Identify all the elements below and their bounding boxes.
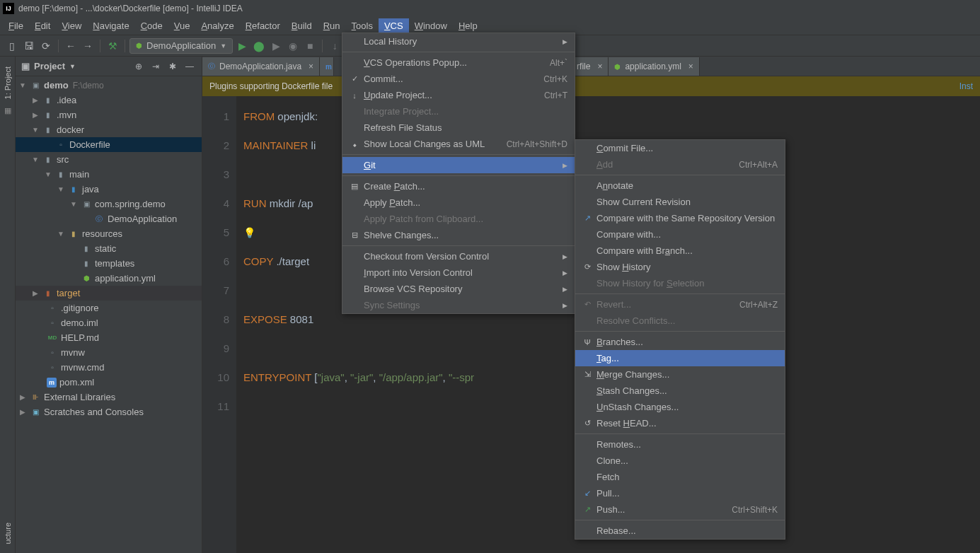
tree-demoiml[interactable]: ▫demo.iml — [16, 315, 202, 330]
build-icon[interactable]: ⚒ — [105, 38, 120, 54]
vcs-item-3[interactable]: ✓Commit...Ctrl+K — [342, 71, 575, 87]
close-icon[interactable]: × — [309, 62, 313, 71]
menu-run[interactable]: Run — [318, 18, 346, 33]
tree-package[interactable]: ▼▣com.spring.demo — [16, 197, 202, 211]
vcs-item-18[interactable]: Browse VCS Repository▶ — [342, 281, 575, 297]
tree-root[interactable]: ▼▣demoF:\demo — [16, 78, 202, 93]
back-icon[interactable]: ← — [63, 38, 79, 54]
git-item-21[interactable]: Remotes... — [575, 436, 785, 453]
tree-dockerfile[interactable]: ▫Dockerfile — [16, 137, 202, 152]
menu-navigate[interactable]: Navigate — [87, 18, 134, 33]
tree-gitignore[interactable]: ▫.gitignore — [16, 301, 202, 315]
menu-refactor[interactable]: Refactor — [240, 18, 286, 33]
vcs-item-11[interactable]: ▤Create Patch... — [342, 178, 575, 194]
tab-application-yml[interactable]: ⬢application.yml× — [609, 57, 699, 76]
tab-partial-m[interactable]: m — [320, 57, 334, 76]
tree-external-libs[interactable]: ▶⊪External Libraries — [16, 390, 202, 404]
tree-docker[interactable]: ▼▮docker — [16, 122, 202, 137]
tree-src[interactable]: ▼▮src — [16, 152, 202, 167]
menu-tools[interactable]: Tools — [346, 18, 379, 33]
git-item-6[interactable]: Compare with... — [575, 226, 785, 243]
menu-view[interactable]: View — [56, 18, 87, 33]
tree-mvnwcmd[interactable]: ▫mvnw.cmd — [16, 360, 202, 375]
project-tool-label[interactable]: 1: Project — [2, 62, 13, 103]
git-item-23[interactable]: Fetch — [575, 469, 785, 485]
project-tree[interactable]: ▼▣demoF:\demo ▶▮.idea ▶▮.mvn ▼▮docker ▫D… — [16, 76, 202, 553]
tree-scratches[interactable]: ▶▣Scratches and Consoles — [16, 404, 202, 419]
tree-templates[interactable]: ▮templates — [16, 256, 202, 271]
separator — [575, 433, 785, 434]
menu-edit[interactable]: Edit — [29, 18, 56, 33]
close-icon[interactable]: × — [688, 62, 693, 71]
vcs-item-14[interactable]: ⊟Shelve Changes... — [342, 227, 575, 243]
tree-application-yml[interactable]: ⬢application.yml — [16, 271, 202, 286]
menu-build[interactable]: Build — [286, 18, 318, 33]
run-icon[interactable]: ▶ — [234, 38, 250, 54]
menu-code[interactable]: Code — [135, 18, 168, 33]
close-icon[interactable]: × — [597, 62, 602, 71]
tree-java[interactable]: ▼▮java — [16, 182, 202, 197]
menu-file[interactable]: File — [3, 18, 29, 33]
tree-demoapp[interactable]: ⓒDemoApplication — [16, 211, 202, 226]
vcs-item-17[interactable]: Import into Version Control▶ — [342, 264, 575, 281]
vcs-item-7[interactable]: ⬥Show Local Changes as UMLCtrl+Alt+Shift… — [342, 136, 575, 152]
vcs-update-icon[interactable]: ↓ — [327, 38, 342, 54]
tree-idea[interactable]: ▶▮.idea — [16, 93, 202, 107]
git-item-0[interactable]: Commit File... — [575, 140, 785, 156]
profile-icon[interactable]: ◉ — [285, 38, 301, 54]
tab-partial-rfile[interactable]: rfile× — [571, 57, 609, 76]
git-item-8[interactable]: ⟳Show History — [575, 259, 785, 275]
vcs-item-2[interactable]: VCS Operations Popup...Alt+` — [342, 54, 575, 71]
git-item-22[interactable]: Clone... — [575, 453, 785, 469]
project-panel-title[interactable]: ▣ Project ▼ — [21, 61, 128, 71]
git-item-19[interactable]: ↺Reset HEAD... — [575, 415, 785, 431]
git-item-17[interactable]: Stash Changes... — [575, 383, 785, 399]
menu-vcs[interactable]: VCS — [379, 18, 409, 33]
run-config-label: DemoApplication — [146, 40, 216, 51]
forward-icon[interactable]: → — [80, 38, 96, 54]
open-icon[interactable]: ▯ — [4, 38, 20, 54]
debug-icon[interactable]: ⬤ — [251, 38, 267, 54]
git-item-25[interactable]: ↗Push...Ctrl+Shift+K — [575, 501, 785, 518]
git-item-3[interactable]: Annotate — [575, 177, 785, 194]
sync-icon[interactable]: ⟳ — [38, 38, 54, 54]
menu-analyze[interactable]: Analyze — [195, 18, 239, 33]
run-config-dropdown[interactable]: ⬢ DemoApplication ▼ — [129, 38, 233, 54]
git-item-14[interactable]: ΨBranches... — [575, 334, 785, 350]
save-icon[interactable]: 🖫 — [21, 38, 37, 54]
git-item-7[interactable]: Compare with Branch... — [575, 243, 785, 259]
git-item-16[interactable]: ⇲Merge Changes... — [575, 366, 785, 383]
menu-window[interactable]: Window — [409, 18, 453, 33]
git-item-4[interactable]: Show Current Revision — [575, 194, 785, 210]
hide-icon[interactable]: — — [183, 60, 196, 73]
tree-mvn[interactable]: ▶▮.mvn — [16, 107, 202, 122]
git-item-27[interactable]: Rebase... — [575, 523, 785, 539]
vcs-item-6[interactable]: Refresh File Status — [342, 120, 575, 136]
tree-target[interactable]: ▶▮target — [16, 286, 202, 301]
vcs-item-0[interactable]: Local History▶ — [342, 33, 575, 50]
menu-help[interactable]: Help — [453, 18, 483, 33]
vcs-item-16[interactable]: Checkout from Version Control▶ — [342, 248, 575, 264]
menu-vue[interactable]: Vue — [168, 18, 196, 33]
vcs-item-9[interactable]: Git▶ — [342, 157, 575, 173]
tree-resources[interactable]: ▼▮resources — [16, 226, 202, 241]
tree-static[interactable]: ▮static — [16, 241, 202, 256]
git-item-15[interactable]: Tag... — [575, 350, 785, 366]
tree-main[interactable]: ▼▮main — [16, 167, 202, 182]
git-item-24[interactable]: ↙Pull... — [575, 485, 785, 501]
collapse-icon[interactable]: ⇥ — [149, 60, 162, 73]
git-item-5[interactable]: ↗Compare with the Same Repository Versio… — [575, 210, 785, 226]
banner-link[interactable]: Inst — [959, 81, 973, 91]
structure-tool-label[interactable]: ucture — [2, 518, 13, 549]
git-item-18[interactable]: UnStash Changes... — [575, 399, 785, 415]
vcs-item-4[interactable]: ↓Update Project...Ctrl+T — [342, 87, 575, 103]
tree-mvnw[interactable]: ▫mvnw — [16, 345, 202, 360]
coverage-icon[interactable]: ▶ — [268, 38, 284, 54]
stop-icon[interactable]: ■ — [302, 38, 318, 54]
tab-demoapp-java[interactable]: ⓒDemoApplication.java× — [202, 57, 320, 76]
select-opened-file-icon[interactable]: ⊕ — [132, 60, 145, 73]
tree-pomxml[interactable]: mpom.xml — [16, 375, 202, 390]
tree-helpmd[interactable]: MDHELP.md — [16, 330, 202, 345]
settings-icon[interactable]: ✱ — [166, 60, 179, 73]
vcs-item-12[interactable]: Apply Patch... — [342, 194, 575, 211]
